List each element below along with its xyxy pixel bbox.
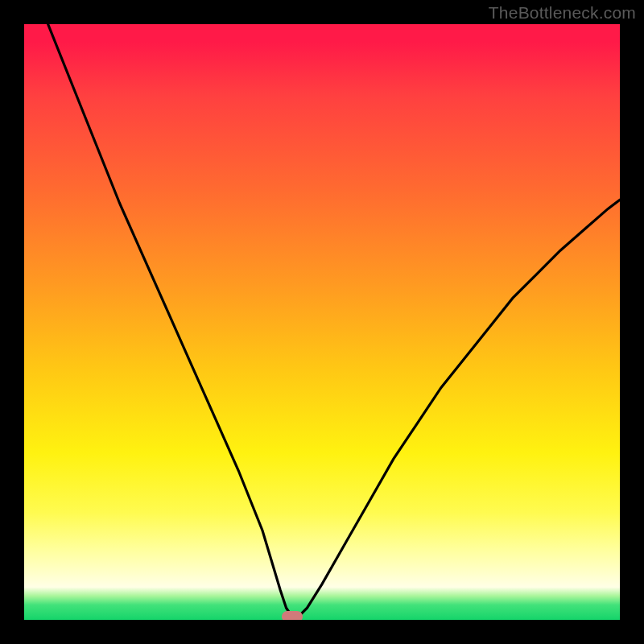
chart-frame: TheBottleneck.com — [0, 0, 644, 644]
minimum-marker — [282, 611, 303, 620]
bottleneck-curve-path — [48, 24, 620, 617]
bottleneck-curve-svg — [24, 24, 620, 620]
plot-area — [24, 24, 620, 620]
watermark-text: TheBottleneck.com — [489, 3, 636, 23]
